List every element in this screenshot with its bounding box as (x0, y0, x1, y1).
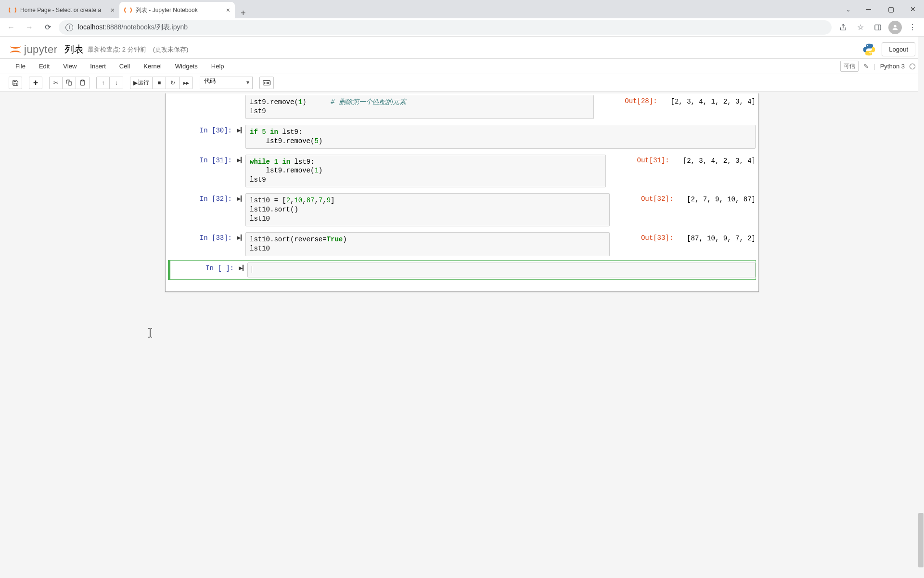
close-icon[interactable]: × (226, 6, 230, 14)
run-cell-icon[interactable]: ▶▎ (238, 263, 247, 277)
window-controls: ⌄ ─ ▢ ✕ (838, 0, 924, 18)
menu-cell[interactable]: Cell (113, 59, 137, 74)
url-input[interactable]: i localhost:8888/notebooks/列表.ipynb (59, 20, 832, 35)
run-cell-icon[interactable]: ▶▎ (236, 125, 245, 149)
in-prompt: In [30]: (168, 125, 236, 149)
tab-search-icon[interactable]: ⌄ (838, 6, 858, 13)
svg-rect-0 (875, 25, 881, 30)
run-cell-icon[interactable]: ▶▎ (236, 193, 245, 226)
browser-tab-notebook[interactable]: 列表 - Jupyter Notebook × (119, 2, 235, 18)
new-tab-button[interactable]: + (235, 8, 252, 18)
menu-insert[interactable]: Insert (83, 59, 113, 74)
notebook-scroll-area[interactable]: lst9.remove(1) # 删除第一个匹配的元素 lst9Out[28]:… (0, 92, 924, 578)
code-input[interactable]: lst10 = [2,10,87,7,9] lst10.sort() lst10 (245, 193, 610, 226)
vertical-scrollbar[interactable] (918, 37, 924, 578)
code-input[interactable] (247, 263, 756, 277)
cell-output: [2, 3, 4, 1, 2, 3, 4] (671, 95, 756, 108)
code-cell[interactable]: In [30]:▶▎if 5 in lst9: lst9.remove(5) (168, 123, 756, 151)
tab-title: 列表 - Jupyter Notebook (136, 6, 222, 14)
menu-view[interactable]: View (56, 59, 83, 74)
move-up-button[interactable]: ↑ (96, 77, 110, 89)
code-cell[interactable]: In [ ]:▶▎ (168, 260, 756, 280)
reload-button[interactable]: ⟳ (40, 20, 55, 35)
cell-output: [2, 3, 4, 2, 3, 4] (683, 155, 756, 167)
copy-button[interactable] (63, 77, 76, 89)
menu-widgets[interactable]: Widgets (168, 59, 205, 74)
jupyter-logo[interactable]: jupyter (9, 43, 58, 56)
unsaved-status: (更改未保存) (153, 45, 189, 54)
scrollbar-thumb[interactable] (918, 513, 924, 567)
run-cell-icon[interactable]: ▶▎ (236, 155, 245, 188)
kernel-idle-icon (910, 64, 915, 69)
browser-tab-home[interactable]: Home Page - Select or create a × (4, 2, 119, 18)
save-button[interactable] (9, 77, 22, 89)
kernel-name[interactable]: Python 3 (880, 63, 905, 70)
address-bar: ← → ⟳ i localhost:8888/notebooks/列表.ipyn… (0, 18, 924, 37)
bookmark-icon[interactable]: ☆ (853, 20, 868, 35)
jupyter-logo-text: jupyter (24, 43, 58, 56)
run-cell-icon[interactable]: ▶▎ (236, 232, 245, 256)
jupyter-header: jupyter 列表 最新检查点: 2 分钟前 (更改未保存) Logout (0, 37, 924, 59)
minimize-icon[interactable]: ─ (858, 2, 880, 16)
cell-output: [2, 7, 9, 10, 87] (687, 193, 756, 206)
command-palette-button[interactable] (259, 77, 274, 89)
python-logo-icon (862, 43, 876, 56)
paste-button[interactable] (76, 77, 90, 89)
code-cell[interactable]: In [33]:▶▎lst10.sort(reverse=True) lst10… (168, 230, 756, 258)
run-button[interactable]: ▶ 运行 (130, 77, 153, 89)
close-icon[interactable]: × (111, 6, 115, 14)
logout-button[interactable]: Logout (882, 42, 915, 56)
share-icon[interactable] (835, 20, 851, 35)
move-down-button[interactable]: ↓ (110, 77, 123, 89)
menubar: File Edit View Insert Cell Kernel Widget… (0, 59, 924, 74)
code-input[interactable]: if 5 in lst9: lst9.remove(5) (245, 125, 756, 149)
jupyter-favicon (124, 6, 132, 14)
in-prompt: In [33]: (168, 232, 236, 256)
menu-file[interactable]: File (9, 59, 32, 74)
forward-button[interactable]: → (22, 20, 37, 35)
svg-rect-4 (81, 80, 83, 81)
restart-button[interactable]: ↻ (166, 77, 180, 89)
code-cell[interactable]: In [31]:▶▎while 1 in lst9: lst9.remove(1… (168, 153, 756, 190)
jupyter-favicon (9, 6, 16, 14)
in-prompt (168, 95, 236, 119)
notebook-page: lst9.remove(1) # 删除第一个匹配的元素 lst9Out[28]:… (165, 93, 759, 292)
svg-rect-5 (263, 80, 270, 85)
add-cell-button[interactable]: ✚ (29, 77, 42, 89)
in-prompt: In [32]: (168, 193, 236, 226)
back-button[interactable]: ← (4, 20, 18, 35)
out-prompt: Out[31]: (606, 155, 673, 188)
site-info-icon[interactable]: i (65, 24, 73, 31)
cut-button[interactable]: ✂ (49, 77, 63, 89)
menu-edit[interactable]: Edit (32, 59, 56, 74)
code-cell[interactable]: lst9.remove(1) # 删除第一个匹配的元素 lst9Out[28]:… (168, 93, 756, 121)
code-input[interactable]: lst10.sort(reverse=True) lst10 (245, 232, 610, 256)
profile-icon[interactable] (887, 20, 903, 35)
code-cell[interactable]: In [32]:▶▎lst10 = [2,10,87,7,9] lst10.so… (168, 191, 756, 228)
run-cell-icon[interactable] (236, 95, 245, 119)
out-prompt: Out[32]: (610, 193, 677, 226)
trusted-badge[interactable]: 可信 (840, 61, 859, 72)
restart-run-all-button[interactable]: ▸▸ (180, 77, 193, 89)
interrupt-button[interactable]: ■ (153, 77, 166, 89)
side-panel-icon[interactable] (870, 20, 886, 35)
out-prompt: Out[28]: (594, 95, 661, 119)
edit-icon[interactable]: ✎ (863, 63, 869, 70)
celltype-select[interactable]: 代码 (200, 77, 253, 89)
menu-icon[interactable]: ⋮ (905, 20, 920, 35)
tab-title: Home Page - Select or create a (20, 7, 107, 13)
code-input[interactable]: lst9.remove(1) # 删除第一个匹配的元素 lst9 (245, 95, 594, 119)
cell-output: [87, 10, 9, 7, 2] (687, 232, 756, 245)
checkpoint-status: 最新检查点: 2 分钟前 (88, 45, 146, 54)
notebook-name[interactable]: 列表 (64, 43, 84, 56)
menu-help[interactable]: Help (205, 59, 231, 74)
jupyter-logo-icon (9, 43, 22, 56)
toolbar: ✚ ✂ ↑ ↓ ▶ 运行 ■ ↻ ▸▸ 代码 (0, 74, 924, 92)
menu-kernel[interactable]: Kernel (137, 59, 168, 74)
in-prompt: In [31]: (168, 155, 236, 188)
svg-point-2 (894, 25, 896, 27)
maximize-icon[interactable]: ▢ (880, 2, 902, 16)
close-window-icon[interactable]: ✕ (902, 2, 924, 16)
code-input[interactable]: while 1 in lst9: lst9.remove(1) lst9 (245, 155, 606, 188)
browser-tab-strip: Home Page - Select or create a × 列表 - Ju… (0, 0, 924, 18)
